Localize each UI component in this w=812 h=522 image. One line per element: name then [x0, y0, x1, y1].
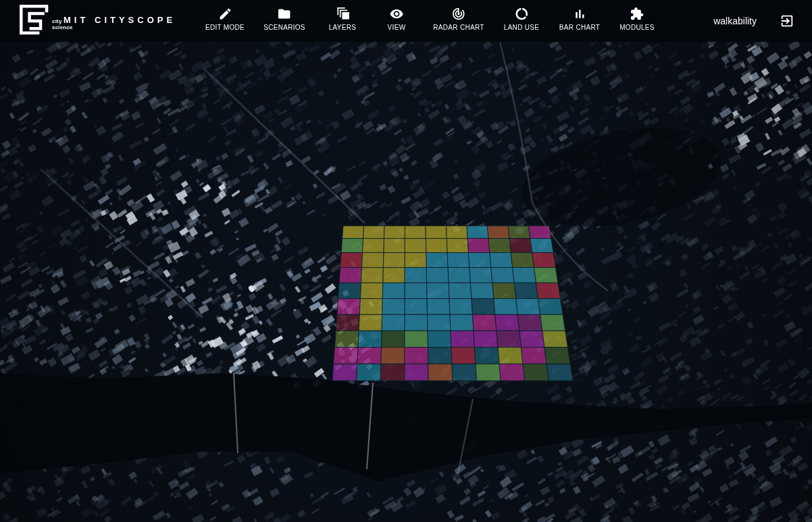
grid-cell-r6c2[interactable]: [359, 299, 382, 315]
grid-cell-r5c6[interactable]: [449, 283, 472, 298]
grid-cell-r4c4[interactable]: [405, 268, 426, 283]
grid-cell-r10c4[interactable]: [405, 364, 429, 381]
grid-cell-r2c10[interactable]: [530, 239, 553, 253]
grid-cell-r4c1[interactable]: [339, 268, 361, 283]
grid-cell-r8c10[interactable]: [542, 331, 568, 347]
grid-cell-r9c6[interactable]: [451, 348, 476, 364]
grid-cell-r5c4[interactable]: [405, 283, 427, 298]
grid-cell-r9c1[interactable]: [334, 348, 358, 364]
grid-cell-r10c10[interactable]: [547, 364, 573, 381]
grid-cell-r5c10[interactable]: [536, 283, 561, 298]
grid-cell-r9c4[interactable]: [405, 348, 428, 364]
grid-cell-r9c8[interactable]: [498, 348, 523, 364]
grid-cell-r3c1[interactable]: [340, 253, 363, 268]
grid-cell-r9c9[interactable]: [521, 348, 547, 364]
grid-cell-r4c2[interactable]: [361, 268, 384, 283]
grid-cell-r3c4[interactable]: [405, 253, 426, 268]
grid-cell-r8c5[interactable]: [428, 331, 451, 347]
grid-cell-r6c5[interactable]: [427, 299, 450, 315]
grid-cell-r5c9[interactable]: [514, 283, 538, 298]
grid-cell-r2c4[interactable]: [405, 239, 426, 253]
grid-cell-r10c8[interactable]: [499, 364, 525, 381]
grid-cell-r5c1[interactable]: [338, 283, 361, 298]
grid-cell-r9c10[interactable]: [544, 348, 570, 364]
grid-cell-r8c4[interactable]: [405, 331, 428, 347]
grid-cell-r2c3[interactable]: [384, 239, 405, 253]
grid-cell-r2c1[interactable]: [341, 239, 363, 253]
grid-cell-r6c3[interactable]: [382, 299, 405, 315]
grid-cell-r8c3[interactable]: [382, 331, 405, 347]
grid-cell-r9c3[interactable]: [381, 348, 405, 364]
grid-cell-r1c6[interactable]: [447, 226, 468, 239]
grid-cell-r2c5[interactable]: [426, 239, 447, 253]
grid-cell-r10c3[interactable]: [380, 364, 405, 381]
grid-cell-r4c9[interactable]: [513, 268, 536, 283]
grid-cell-r9c7[interactable]: [474, 348, 499, 364]
grid-cell-r7c10[interactable]: [540, 314, 565, 331]
grid-cell-r10c7[interactable]: [476, 364, 501, 381]
grid-cell-r5c7[interactable]: [470, 283, 493, 298]
grid-cell-r7c2[interactable]: [359, 314, 382, 331]
nav-item-land-use[interactable]: LAND USE: [504, 6, 539, 31]
grid-cell-r8c2[interactable]: [358, 331, 382, 347]
exit-icon[interactable]: [780, 14, 794, 28]
grid-cell-r7c5[interactable]: [428, 314, 451, 331]
grid-cell-r10c2[interactable]: [357, 364, 381, 381]
grid-cell-r5c2[interactable]: [360, 283, 383, 298]
grid-cell-r3c9[interactable]: [511, 253, 534, 268]
nav-item-scenarios[interactable]: SCENARIOS: [263, 6, 305, 31]
nav-item-layers[interactable]: LAYERS: [329, 6, 357, 31]
grid-cell-r3c3[interactable]: [383, 253, 405, 268]
grid-cell-r6c7[interactable]: [472, 299, 495, 315]
grid-cell-r6c8[interactable]: [494, 299, 517, 315]
nav-item-bar-chart[interactable]: BAR CHART: [559, 6, 600, 31]
grid-cell-r8c8[interactable]: [497, 331, 522, 347]
grid-cell-r6c1[interactable]: [337, 299, 361, 315]
grid-cell-r3c6[interactable]: [447, 253, 470, 268]
grid-cell-r3c2[interactable]: [362, 253, 384, 268]
grid-cell-r2c7[interactable]: [467, 239, 490, 253]
nav-item-view[interactable]: VIEW: [388, 6, 406, 31]
nav-item-edit-mode[interactable]: EDIT MODE: [205, 6, 245, 31]
grid-cell-r5c3[interactable]: [382, 283, 405, 298]
grid-cell-r1c9[interactable]: [508, 226, 530, 239]
grid-cell-r4c7[interactable]: [470, 268, 492, 283]
grid-cell-r5c5[interactable]: [427, 283, 449, 298]
grid-cell-r8c1[interactable]: [335, 331, 359, 347]
grid-cell-r4c6[interactable]: [448, 268, 470, 283]
grid-cell-r6c4[interactable]: [405, 299, 427, 315]
grid-cell-r7c1[interactable]: [336, 314, 359, 331]
grid-cell-r3c10[interactable]: [532, 253, 556, 268]
grid-cell-r7c8[interactable]: [495, 314, 519, 331]
grid-cell-r1c1[interactable]: [342, 226, 364, 239]
grid-cell-r1c2[interactable]: [363, 226, 384, 239]
grid-cell-r7c4[interactable]: [405, 314, 428, 331]
grid-cell-r7c9[interactable]: [517, 314, 542, 331]
grid-cell-r4c5[interactable]: [426, 268, 449, 283]
grid-cell-r6c10[interactable]: [538, 299, 563, 315]
grid-cell-r6c6[interactable]: [449, 299, 472, 315]
nav-item-modules[interactable]: MODULES: [619, 6, 655, 31]
grid-cell-r5c8[interactable]: [492, 283, 516, 298]
grid-cell-r4c10[interactable]: [534, 268, 558, 283]
grid-cell-r3c8[interactable]: [490, 253, 513, 268]
grid-cell-r4c8[interactable]: [491, 268, 514, 283]
grid-cell-r1c7[interactable]: [467, 226, 488, 239]
grid-cell-r8c6[interactable]: [451, 331, 475, 347]
grid-cell-r1c4[interactable]: [405, 226, 426, 239]
grid-cell-r2c6[interactable]: [447, 239, 468, 253]
grid-cell-r1c3[interactable]: [384, 226, 405, 239]
grid-cell-r7c3[interactable]: [382, 314, 405, 331]
grid-cell-r10c1[interactable]: [332, 364, 357, 381]
grid-cell-r3c7[interactable]: [469, 253, 491, 268]
grid-cell-r4c3[interactable]: [383, 268, 405, 283]
grid-cell-r6c9[interactable]: [516, 299, 540, 315]
grid-cell-r8c9[interactable]: [519, 331, 544, 347]
grid-cell-r1c5[interactable]: [426, 226, 447, 239]
grid-cell-r9c5[interactable]: [428, 348, 453, 364]
grid-cell-r1c8[interactable]: [488, 226, 510, 239]
nav-item-radar-chart[interactable]: RADAR CHART: [433, 6, 484, 31]
grid-cell-r9c2[interactable]: [357, 348, 382, 364]
grid-cell-r3c5[interactable]: [426, 253, 448, 268]
grid-cell-r7c7[interactable]: [472, 314, 497, 331]
